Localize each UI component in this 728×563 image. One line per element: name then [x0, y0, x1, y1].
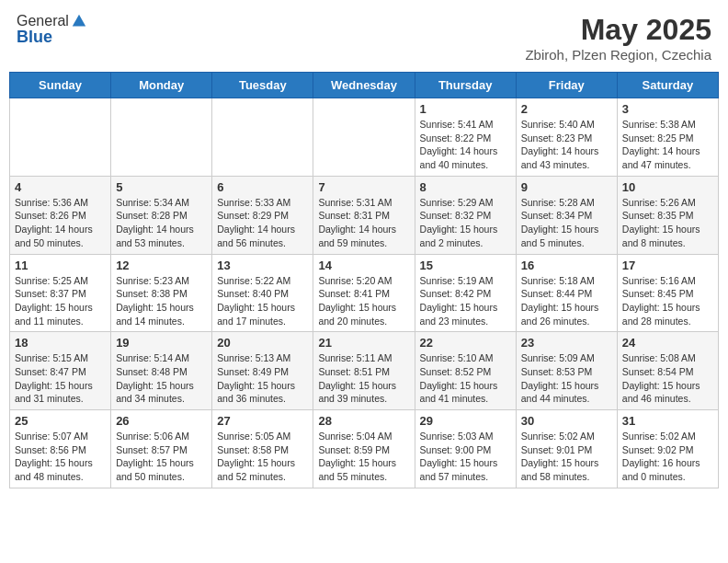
calendar-cell: 29Sunrise: 5:03 AMSunset: 9:00 PMDayligh… — [415, 410, 516, 488]
day-number: 2 — [521, 102, 612, 116]
calendar-cell: 21Sunrise: 5:11 AMSunset: 8:51 PMDayligh… — [313, 332, 415, 410]
day-info: Sunrise: 5:05 AMSunset: 8:58 PMDaylight:… — [217, 430, 308, 484]
calendar-week-2: 4Sunrise: 5:36 AMSunset: 8:26 PMDaylight… — [10, 176, 719, 254]
calendar-cell: 18Sunrise: 5:15 AMSunset: 8:47 PMDayligh… — [10, 332, 111, 410]
day-number: 6 — [217, 180, 308, 194]
day-info: Sunrise: 5:06 AMSunset: 8:57 PMDaylight:… — [116, 430, 207, 484]
day-number: 11 — [15, 259, 106, 272]
day-number: 16 — [521, 259, 612, 272]
calendar-cell: 15Sunrise: 5:19 AMSunset: 8:42 PMDayligh… — [415, 254, 516, 332]
calendar-cell: 19Sunrise: 5:14 AMSunset: 8:48 PMDayligh… — [111, 332, 212, 410]
calendar-cell — [212, 98, 313, 177]
day-number: 21 — [318, 336, 409, 350]
title-block: May 2025 Zbiroh, Plzen Region, Czechia — [525, 13, 711, 63]
day-number: 24 — [622, 336, 713, 350]
calendar-cell: 5Sunrise: 5:34 AMSunset: 8:28 PMDaylight… — [111, 176, 212, 254]
day-info: Sunrise: 5:38 AMSunset: 8:25 PMDaylight:… — [622, 118, 713, 172]
day-number: 18 — [15, 336, 106, 350]
day-info: Sunrise: 5:15 AMSunset: 8:47 PMDaylight:… — [15, 351, 106, 406]
day-info: Sunrise: 5:29 AMSunset: 8:32 PMDaylight:… — [420, 196, 511, 250]
logo-triangle-icon — [71, 13, 87, 29]
calendar-cell: 26Sunrise: 5:06 AMSunset: 8:57 PMDayligh… — [111, 410, 212, 488]
day-number: 3 — [622, 102, 713, 116]
calendar-cell: 20Sunrise: 5:13 AMSunset: 8:49 PMDayligh… — [212, 332, 313, 410]
day-info: Sunrise: 5:02 AMSunset: 9:02 PMDaylight:… — [622, 430, 713, 484]
page-header: General Blue May 2025 Zbiroh, Plzen Regi… — [9, 9, 719, 66]
day-number: 1 — [420, 102, 511, 116]
day-number: 23 — [521, 336, 612, 350]
day-info: Sunrise: 5:07 AMSunset: 8:56 PMDaylight:… — [15, 430, 106, 484]
day-info: Sunrise: 5:40 AMSunset: 8:23 PMDaylight:… — [521, 118, 612, 172]
day-number: 5 — [116, 180, 207, 194]
calendar-cell: 28Sunrise: 5:04 AMSunset: 8:59 PMDayligh… — [313, 410, 415, 488]
calendar-cell: 3Sunrise: 5:38 AMSunset: 8:25 PMDaylight… — [617, 98, 718, 177]
page-title: May 2025 — [525, 13, 711, 47]
day-info: Sunrise: 5:04 AMSunset: 8:59 PMDaylight:… — [318, 430, 409, 484]
calendar-cell: 22Sunrise: 5:10 AMSunset: 8:52 PMDayligh… — [415, 332, 516, 410]
calendar-week-3: 11Sunrise: 5:25 AMSunset: 8:37 PMDayligh… — [10, 254, 719, 332]
day-info: Sunrise: 5:11 AMSunset: 8:51 PMDaylight:… — [318, 351, 409, 406]
day-info: Sunrise: 5:41 AMSunset: 8:22 PMDaylight:… — [420, 118, 511, 172]
day-info: Sunrise: 5:19 AMSunset: 8:42 PMDaylight:… — [420, 274, 511, 328]
day-number: 25 — [15, 414, 106, 428]
day-number: 27 — [217, 414, 308, 428]
day-info: Sunrise: 5:03 AMSunset: 9:00 PMDaylight:… — [420, 430, 511, 484]
calendar-cell: 13Sunrise: 5:22 AMSunset: 8:40 PMDayligh… — [212, 254, 313, 332]
calendar-header-thursday: Thursday — [415, 73, 516, 98]
svg-marker-0 — [73, 15, 85, 27]
calendar-table: SundayMondayTuesdayWednesdayThursdayFrid… — [9, 72, 719, 488]
calendar-cell: 1Sunrise: 5:41 AMSunset: 8:22 PMDaylight… — [415, 98, 516, 177]
logo-blue-text: Blue — [17, 28, 87, 47]
calendar-cell: 27Sunrise: 5:05 AMSunset: 8:58 PMDayligh… — [212, 410, 313, 488]
day-info: Sunrise: 5:22 AMSunset: 8:40 PMDaylight:… — [217, 274, 308, 328]
calendar-cell — [111, 98, 212, 177]
day-number: 12 — [116, 259, 207, 272]
calendar-header-saturday: Saturday — [617, 73, 718, 98]
calendar-cell — [10, 98, 111, 177]
day-number: 8 — [420, 180, 511, 194]
calendar-cell: 6Sunrise: 5:33 AMSunset: 8:29 PMDaylight… — [212, 176, 313, 254]
calendar-cell: 4Sunrise: 5:36 AMSunset: 8:26 PMDaylight… — [10, 176, 111, 254]
calendar-cell: 17Sunrise: 5:16 AMSunset: 8:45 PMDayligh… — [617, 254, 718, 332]
calendar-cell: 8Sunrise: 5:29 AMSunset: 8:32 PMDaylight… — [415, 176, 516, 254]
day-info: Sunrise: 5:14 AMSunset: 8:48 PMDaylight:… — [116, 351, 207, 406]
day-info: Sunrise: 5:25 AMSunset: 8:37 PMDaylight:… — [15, 274, 106, 328]
day-info: Sunrise: 5:02 AMSunset: 9:01 PMDaylight:… — [521, 430, 612, 484]
day-info: Sunrise: 5:13 AMSunset: 8:49 PMDaylight:… — [217, 351, 308, 406]
page-subtitle: Zbiroh, Plzen Region, Czechia — [525, 47, 711, 63]
calendar-cell — [313, 98, 415, 177]
calendar-week-5: 25Sunrise: 5:07 AMSunset: 8:56 PMDayligh… — [10, 410, 719, 488]
calendar-cell: 2Sunrise: 5:40 AMSunset: 8:23 PMDaylight… — [516, 98, 617, 177]
day-info: Sunrise: 5:10 AMSunset: 8:52 PMDaylight:… — [420, 351, 511, 406]
day-number: 19 — [116, 336, 207, 350]
day-number: 7 — [318, 180, 409, 194]
day-number: 31 — [622, 414, 713, 428]
calendar-cell: 7Sunrise: 5:31 AMSunset: 8:31 PMDaylight… — [313, 176, 415, 254]
calendar-header-row: SundayMondayTuesdayWednesdayThursdayFrid… — [10, 73, 719, 98]
day-number: 26 — [116, 414, 207, 428]
calendar-header-friday: Friday — [516, 73, 617, 98]
calendar-week-4: 18Sunrise: 5:15 AMSunset: 8:47 PMDayligh… — [10, 332, 719, 410]
day-info: Sunrise: 5:16 AMSunset: 8:45 PMDaylight:… — [622, 274, 713, 328]
day-number: 17 — [622, 259, 713, 272]
day-info: Sunrise: 5:26 AMSunset: 8:35 PMDaylight:… — [622, 196, 713, 250]
day-info: Sunrise: 5:34 AMSunset: 8:28 PMDaylight:… — [116, 196, 207, 250]
calendar-cell: 23Sunrise: 5:09 AMSunset: 8:53 PMDayligh… — [516, 332, 617, 410]
day-info: Sunrise: 5:20 AMSunset: 8:41 PMDaylight:… — [318, 274, 409, 328]
day-number: 10 — [622, 180, 713, 194]
day-info: Sunrise: 5:23 AMSunset: 8:38 PMDaylight:… — [116, 274, 207, 328]
calendar-cell: 25Sunrise: 5:07 AMSunset: 8:56 PMDayligh… — [10, 410, 111, 488]
calendar-header-tuesday: Tuesday — [212, 73, 313, 98]
calendar-cell: 14Sunrise: 5:20 AMSunset: 8:41 PMDayligh… — [313, 254, 415, 332]
calendar-cell: 10Sunrise: 5:26 AMSunset: 8:35 PMDayligh… — [617, 176, 718, 254]
day-info: Sunrise: 5:28 AMSunset: 8:34 PMDaylight:… — [521, 196, 612, 250]
day-number: 20 — [217, 336, 308, 350]
logo: General Blue — [17, 13, 87, 47]
calendar-cell: 31Sunrise: 5:02 AMSunset: 9:02 PMDayligh… — [617, 410, 718, 488]
calendar-week-1: 1Sunrise: 5:41 AMSunset: 8:22 PMDaylight… — [10, 98, 719, 177]
day-number: 22 — [420, 336, 511, 350]
calendar-header-sunday: Sunday — [10, 73, 111, 98]
day-info: Sunrise: 5:33 AMSunset: 8:29 PMDaylight:… — [217, 196, 308, 250]
calendar-cell: 9Sunrise: 5:28 AMSunset: 8:34 PMDaylight… — [516, 176, 617, 254]
calendar-cell: 24Sunrise: 5:08 AMSunset: 8:54 PMDayligh… — [617, 332, 718, 410]
